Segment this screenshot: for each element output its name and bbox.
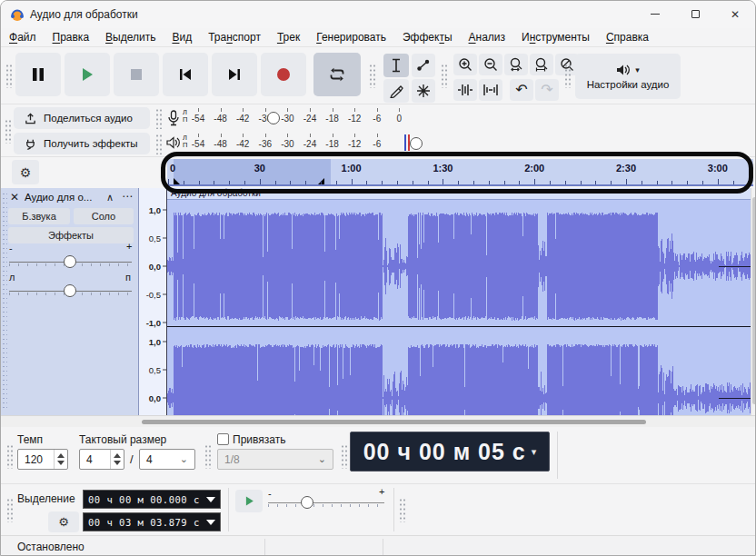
menu-item-4[interactable]: Транспорт (200, 28, 269, 46)
playback-meter[interactable]: -54-48-42-36-30-24-18-12-6 (187, 133, 422, 154)
dropdown-arrow-icon[interactable] (206, 520, 215, 525)
title-bar[interactable]: Аудио для обработки ✕ (1, 1, 756, 28)
effects-button[interactable]: Эффекты (8, 227, 134, 243)
playhead-time-display[interactable]: 00 ч 00 м 05 с ▾ (350, 432, 550, 472)
pause-button[interactable] (15, 53, 61, 96)
fit-selection-button[interactable] (504, 54, 528, 75)
menu-item-0[interactable]: Файл (1, 28, 45, 46)
time-sig-toolbar-grip[interactable] (6, 443, 13, 469)
tempo-spinner-arrows[interactable] (54, 450, 67, 469)
setup-toolbar-grip[interactable] (564, 63, 571, 88)
horizontal-scrollbar-thumb[interactable] (142, 420, 646, 424)
timeline-ruler[interactable]: 0301:001:302:002:303:00 (167, 159, 753, 186)
snap-value-dropdown[interactable]: 1/8⌄ (217, 449, 333, 470)
zoom-out-button[interactable] (479, 54, 502, 75)
track-control-panel[interactable]: ✕ Аудио для о... ∧ ⋯ Б.звука Соло Эффект… (1, 188, 139, 415)
vertical-scale-ruler[interactable]: 1,00,50,0-0,5-1,01,00,50,0 (139, 188, 167, 415)
ruler-tick (687, 181, 688, 184)
record-meter[interactable]: -54-48-42-36-30-24-18-12-60 (187, 107, 422, 129)
audio-clip[interactable]: Аудио для обработки ⋯ (167, 188, 751, 415)
fit-project-button[interactable] (530, 54, 553, 75)
track-name[interactable]: Аудио для о... (25, 192, 103, 203)
vertical-scrollbar[interactable] (751, 188, 756, 415)
silence-audio-button[interactable] (479, 79, 502, 101)
play-meter-grip[interactable] (155, 133, 162, 154)
waveform-channel-2[interactable] (167, 327, 751, 415)
edit-toolbar-grip[interactable] (441, 63, 447, 88)
maximize-button[interactable] (675, 1, 715, 27)
tsig-divider: / (130, 452, 134, 466)
timeline-options-button[interactable]: ⚙ (12, 160, 39, 184)
track-collapse-icon[interactable]: ∧ (106, 192, 114, 204)
selection-start-field[interactable]: 00 ч 00 м 00.000 с (83, 490, 221, 509)
extra-toolbar-grip[interactable] (399, 497, 405, 522)
loop-button[interactable] (313, 53, 361, 96)
menu-item-3[interactable]: Вид (164, 28, 200, 46)
trim-audio-button[interactable] (453, 79, 477, 101)
skip-to-start-button[interactable] (163, 53, 208, 96)
get-effects-button[interactable]: Получить эффекты (14, 133, 150, 154)
close-button[interactable]: ✕ (715, 1, 755, 27)
tempo-spinner[interactable]: 120 (17, 449, 68, 470)
envelope-tool-button[interactable] (412, 54, 435, 77)
solo-button[interactable]: Соло (74, 208, 134, 224)
zoom-in-button[interactable] (453, 54, 477, 75)
minimize-button[interactable] (635, 1, 675, 27)
menu-item-7[interactable]: Эффекты (394, 28, 461, 46)
play-at-speed-button[interactable] (235, 490, 263, 512)
menu-item-8[interactable]: Анализ (461, 28, 514, 46)
share-toolbar-grip[interactable] (5, 118, 11, 144)
pan-slider-knob[interactable] (64, 284, 76, 297)
record-button[interactable] (261, 53, 306, 96)
speed-slider-knob[interactable] (301, 496, 313, 509)
record-volume-slider-knob[interactable] (267, 112, 280, 124)
dropdown-arrow-icon[interactable] (206, 497, 215, 502)
note-value-dropdown[interactable]: 4⌄ (139, 449, 195, 470)
draw-tool-button[interactable] (383, 79, 409, 103)
clip-header[interactable]: Аудио для обработки ⋯ (167, 188, 751, 200)
menu-item-2[interactable]: Выделить (97, 28, 164, 46)
selection-end-field[interactable]: 00 ч 03 м 03.879 с (83, 512, 221, 531)
stop-button[interactable] (114, 53, 159, 96)
menu-item-5[interactable]: Трек (269, 28, 308, 46)
playback-volume-slider-knob[interactable] (410, 137, 423, 150)
horizontal-scrollbar[interactable] (1, 415, 756, 427)
timeline-selection[interactable] (174, 159, 331, 184)
scale-label: -0,5 (146, 290, 161, 300)
selection-options-button[interactable]: ⚙ (48, 511, 79, 532)
vertical-scrollbar-thumb[interactable] (752, 197, 756, 404)
skip-to-end-button[interactable] (212, 53, 257, 96)
audio-setup-button[interactable]: ▾ Настройки аудио (575, 54, 681, 99)
track-close-icon[interactable]: ✕ (10, 191, 19, 204)
gain-slider-knob[interactable] (64, 255, 76, 268)
menu-item-10[interactable]: Справка (598, 28, 657, 46)
snap-toolbar-grip[interactable] (204, 443, 211, 469)
time-format-caret-icon[interactable]: ▾ (532, 446, 537, 458)
transport-toolbar-grip[interactable] (5, 63, 12, 88)
share-audio-button[interactable]: Поделиться аудио (14, 107, 150, 129)
tools-toolbar-grip[interactable] (369, 63, 375, 88)
menu-item-6[interactable]: Генерировать (308, 28, 394, 46)
track-drag-handle[interactable] (2, 192, 7, 410)
clip-menu-icon[interactable]: ⋯ (728, 187, 740, 198)
time-display-grip[interactable] (341, 443, 347, 469)
play-button[interactable] (65, 53, 110, 96)
multi-tool-button[interactable] (412, 79, 435, 103)
track-menu-icon[interactable]: ⋯ (122, 190, 134, 203)
selection-toolbar-grip[interactable] (6, 497, 13, 522)
meter-tick (221, 108, 222, 112)
undo-button[interactable]: ↶ (510, 79, 533, 101)
selection-start-marker[interactable] (174, 178, 180, 184)
share-upload-icon (25, 113, 36, 124)
selection-tool-button[interactable] (383, 54, 409, 77)
speed-slider-track[interactable] (268, 502, 384, 503)
redo-button[interactable]: ↷ (535, 79, 559, 101)
beats-spinner[interactable]: 4 (79, 449, 124, 470)
menu-item-1[interactable]: Правка (45, 28, 98, 46)
mute-button[interactable]: Б.звука (8, 208, 70, 224)
waveform-channel-1[interactable] (167, 201, 751, 326)
snap-checkbox[interactable] (217, 433, 229, 445)
record-meter-grip[interactable] (155, 107, 162, 129)
beats-spinner-arrows[interactable] (110, 450, 124, 469)
menu-item-9[interactable]: Инструменты (513, 28, 598, 46)
